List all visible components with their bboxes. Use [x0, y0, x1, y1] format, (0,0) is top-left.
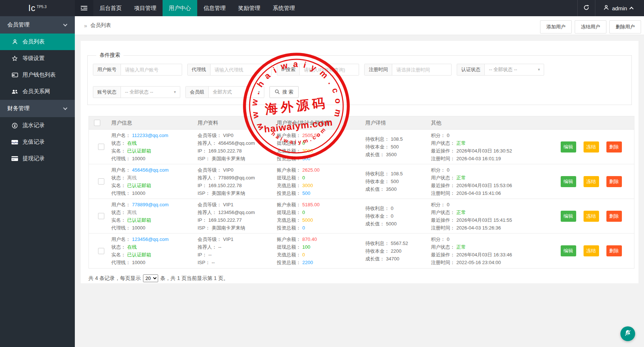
- search-button[interactable]: 搜 索: [269, 86, 299, 98]
- agent-field-label: 代理线: [188, 64, 210, 75]
- table-row: 用户名：456456@qq.com 状态：离线 实名：已认证邮箱 代理线：100…: [89, 164, 634, 199]
- row-checkbox[interactable]: [98, 144, 104, 150]
- page-title: 会员列表: [90, 22, 111, 29]
- interest-value: 5567.52: [391, 241, 408, 246]
- reg-time-label: 注册时间：: [431, 225, 455, 231]
- isp-label: ISP：: [198, 156, 210, 161]
- row-checkbox[interactable]: [98, 248, 104, 254]
- top-menu-item-user-center[interactable]: 用户中心: [163, 0, 197, 16]
- top-menu-item-rewards[interactable]: 奖励管理: [232, 0, 267, 16]
- user-profile-cell: 会员等级：VIP0 推荐人：456456@qq.com IP：169.150.2…: [194, 130, 274, 164]
- principal-value: 0: [391, 213, 393, 219]
- pagination: 共 4 条记录，每页显示 20 条，共 1 页当前显示第 1 页。: [88, 274, 638, 282]
- delete-button[interactable]: 删除: [606, 176, 622, 187]
- freeze-button[interactable]: 冻结: [584, 141, 599, 153]
- member-group-select[interactable]: 全部方式 ▼: [209, 87, 264, 98]
- top-menu-item-system[interactable]: 系统管理: [267, 0, 301, 16]
- admin-menu[interactable]: admin: [595, 0, 644, 16]
- top-menu-item-projects[interactable]: 项目管理: [128, 0, 163, 16]
- user-details-cell: 待收利息：108.5 待收本金：500 成长值：3500: [362, 130, 428, 164]
- delete-button[interactable]: 删除: [606, 141, 622, 153]
- user-profile-cell: 会员等级：VIP1 推荐人：123456@qq.com IP：169.150.2…: [194, 199, 274, 233]
- hamburger-icon[interactable]: [75, 0, 93, 16]
- status-value: 离线: [127, 175, 137, 180]
- growth-value: 3500: [386, 186, 397, 192]
- user-status-label: 用户状态：: [431, 210, 455, 215]
- row-checkbox[interactable]: [98, 213, 104, 219]
- member-group-label: 会员组: [186, 87, 209, 98]
- sidebar-item-recharge-records[interactable]: PayPal 充值记录: [0, 134, 75, 150]
- edit-button[interactable]: 编辑: [561, 211, 576, 222]
- referrer-value: 123456@qq.com: [218, 210, 255, 215]
- user-info-cell: 用户名：112233@qq.com 状态：在线 实名：已认证邮箱 代理线：100…: [108, 130, 194, 164]
- delete-user-button[interactable]: 删除用户: [609, 20, 641, 34]
- sidebar-item-member-list[interactable]: 会员列表: [0, 34, 75, 50]
- top-menu-item-home[interactable]: 后台首页: [93, 0, 128, 16]
- username-label: 用户名：: [111, 236, 130, 242]
- ip-label: IP：: [198, 183, 207, 188]
- agent-label: 代理线：: [111, 225, 130, 231]
- realname-value: 已认证邮箱: [127, 217, 151, 223]
- delete-button[interactable]: 删除: [606, 245, 622, 256]
- interest-label: 待收利息：: [365, 206, 389, 211]
- delete-button[interactable]: 删除: [606, 211, 622, 222]
- freeze-button[interactable]: 冻结: [584, 211, 599, 222]
- sidebar-item-label: 会员列表: [22, 38, 45, 45]
- sidebar-item-withdraw-records[interactable]: 提现记录: [0, 150, 75, 167]
- logo-version: TP5.3: [37, 5, 47, 9]
- interest-value: 0: [391, 206, 393, 211]
- other-cell: 积分：0 用户状态：正常 最近操作：2026年04月03日 16:33:46 注…: [428, 234, 545, 268]
- sidebar-item-user-wallets[interactable]: 用户钱包列表: [0, 67, 75, 83]
- row-checkbox[interactable]: [98, 178, 104, 185]
- username-link[interactable]: 778899@qq.com: [132, 202, 168, 207]
- freeze-button[interactable]: 冻结: [584, 176, 599, 187]
- user-status-value: 正常: [456, 244, 466, 250]
- ip-value: 169.150.222.78: [208, 148, 241, 154]
- add-user-button[interactable]: 添加用户: [540, 20, 572, 34]
- refresh-icon: [583, 4, 589, 12]
- username-link[interactable]: 123456@qq.com: [132, 236, 168, 242]
- withdraw-label: 提现总额：: [277, 244, 301, 250]
- agent-line-input[interactable]: [210, 64, 271, 75]
- edit-button[interactable]: 编辑: [561, 176, 576, 187]
- edit-button[interactable]: 编辑: [561, 141, 576, 153]
- refresh-button[interactable]: [577, 0, 595, 16]
- user-funds-cell: 账户余额：870.40 提现总额：100 充值总额：0 投资总额：2200: [274, 234, 362, 268]
- select-all-checkbox[interactable]: [94, 120, 100, 126]
- ip-value: 169.150.222.78: [208, 183, 241, 188]
- points-value: 0: [447, 202, 449, 207]
- actions-cell: 编辑 冻结 删除: [545, 234, 634, 268]
- username-link[interactable]: 112233@qq.com: [132, 133, 168, 138]
- sidebar-item-member-network[interactable]: 会员关系网: [0, 83, 75, 100]
- sidebar-group-finance[interactable]: 财务管理: [0, 100, 75, 117]
- top-menu-item-info[interactable]: 信息管理: [197, 0, 232, 16]
- growth-value: 5000: [386, 221, 397, 227]
- status-label: 状态：: [111, 244, 126, 250]
- account-input[interactable]: [121, 64, 182, 75]
- sidebar-item-flow-records[interactable]: 流水记录: [0, 117, 75, 134]
- level-label: 会员等级：: [198, 236, 222, 242]
- username-link[interactable]: 456456@qq.com: [132, 167, 168, 173]
- ip-search-input[interactable]: [300, 64, 359, 75]
- account-status-select[interactable]: -- 全部状态 -- ▼: [121, 87, 180, 98]
- sidebar-group-members[interactable]: 会员管理: [0, 16, 75, 34]
- logo[interactable]: Ic TP5.3: [0, 0, 75, 16]
- bank-card-icon: [11, 156, 18, 161]
- freeze-user-button[interactable]: 冻结用户: [575, 20, 606, 34]
- level-value: VIP0: [223, 133, 233, 138]
- sidebar-item-level-settings[interactable]: 等级设置: [0, 50, 75, 67]
- notification-float-button[interactable]: [620, 326, 635, 341]
- per-page-select[interactable]: 20: [143, 274, 158, 282]
- sidebar: 会员管理 会员列表 等级设置 用户钱包列表 会员关系网: [0, 16, 75, 347]
- points-label: 积分：: [431, 167, 445, 173]
- edit-button[interactable]: 编辑: [561, 245, 576, 256]
- freeze-button[interactable]: 冻结: [584, 245, 599, 256]
- member-group-value: 全部方式: [213, 89, 232, 95]
- pagination-suffix: 条，共 1 页当前显示第 1 页。: [160, 275, 229, 282]
- col-user-funds: 用户资金(共计金额查看): [274, 120, 362, 126]
- username-label: 用户名：: [111, 167, 130, 173]
- register-time-input[interactable]: [392, 64, 451, 75]
- auth-status-select[interactable]: -- 全部状态 -- ▼: [485, 64, 544, 75]
- withdraw-value: 0: [302, 140, 305, 146]
- status-value: 在线: [127, 140, 137, 146]
